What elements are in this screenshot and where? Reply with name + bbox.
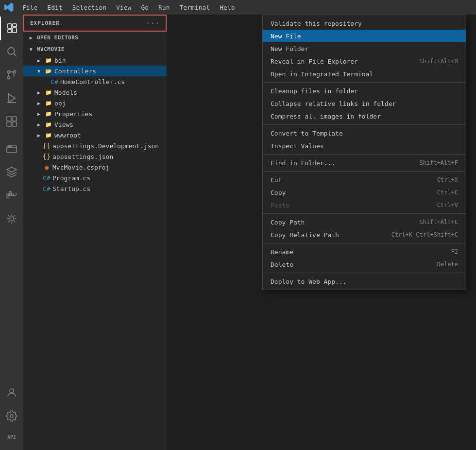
project-section[interactable]: ▼ MVCMOVIE [23,43,167,55]
ctx-cut[interactable]: Cut Ctrl+X [263,173,466,186]
ctx-separator-2 [263,124,466,125]
activity-run-debug[interactable] [0,87,23,110]
ctx-new-file-label: New File [271,33,301,40]
ctx-reveal-explorer-label: Reveal in File Explorer [271,58,358,65]
tree-item-csproj[interactable]: ◉ MvcMovie.csproj [23,162,167,173]
menu-view[interactable]: View [112,3,135,12]
ctx-copy-relative-path[interactable]: Copy Relative Path Ctrl+K Ctrl+Shift+C [263,228,466,241]
activity-settings[interactable] [0,404,23,428]
tree-item-wwwroot[interactable]: ▶ 📁 wwwroot [23,130,167,140]
ctx-find-folder-shortcut: Shift+Alt+F [420,159,458,166]
menu-go[interactable]: Go [137,3,153,12]
tree-item-properties[interactable]: ▶ 📁 Properties [23,108,167,119]
tree-item-bin[interactable]: ▶ 📁 bin [23,55,167,66]
ctx-inspect-values[interactable]: Inspect Values [263,139,466,152]
ctx-rename[interactable]: Rename F2 [263,245,466,258]
activity-plugin[interactable] [0,207,23,230]
properties-label: Properties [54,110,92,118]
ctx-delete-shortcut: Delete [437,261,458,268]
tree-item-obj[interactable]: ▶ 📁 obj [23,98,167,108]
ctx-collapse-links[interactable]: Collapse relative links in folder [263,97,466,110]
activity-docker[interactable] [0,184,23,207]
ctx-find-folder[interactable]: Find in Folder... Shift+Alt+F [263,156,466,169]
tree-item-controllers[interactable]: ▼ 📂 Controllers [23,66,167,76]
tree-item-appsettings-dev[interactable]: {} appsettings.Development.json [23,140,167,151]
activity-search[interactable] [0,40,23,63]
ctx-copy[interactable]: Copy Ctrl+C [263,186,466,199]
folder-open-icon: 📂 [45,67,52,75]
wwwroot-chevron-icon: ▶ [35,131,43,139]
controllers-chevron-icon: ▼ [35,67,43,75]
open-editors-section[interactable]: ▶ OPEN EDITORS [23,32,167,43]
ctx-new-file[interactable]: New File [263,30,466,42]
program-label: Program.cs [52,174,90,182]
project-chevron: ▼ [27,45,35,53]
activity-source-control[interactable] [0,63,23,87]
models-label: Models [54,89,77,96]
extensions-icon [6,116,17,127]
svg-rect-20 [9,194,11,196]
activity-remote-explorer[interactable] [0,137,23,160]
explorer-content: ▶ OPEN EDITORS ▼ MVCMOVIE ▶ 📁 bin ▼ 📂 [23,32,167,450]
ctx-delete-label: Delete [271,261,293,268]
svg-rect-2 [13,28,17,33]
explorer-icon [6,22,18,34]
svg-point-25 [10,415,13,417]
ctx-separator-1 [263,82,466,83]
menu-file[interactable]: File [18,3,41,12]
ctx-cut-label: Cut [271,176,282,184]
ctx-copy-path[interactable]: Copy Path Shift+Alt+C [263,216,466,228]
open-editors-chevron: ▶ [27,34,35,41]
ctx-new-folder[interactable]: New Folder [263,42,466,55]
menu-help[interactable]: Help [216,3,238,12]
vscode-logo-icon [4,2,14,12]
svg-rect-1 [13,24,17,27]
tree-item-views[interactable]: ▶ 📁 Views [23,119,167,130]
svg-rect-11 [7,117,11,121]
ctx-cut-shortcut: Ctrl+X [437,176,458,183]
svg-rect-3 [8,30,12,33]
ctx-delete[interactable]: Delete Delete [263,258,466,271]
activity-api[interactable]: API [0,428,23,446]
activity-account[interactable] [0,381,23,404]
menu-edit[interactable]: Edit [43,3,66,12]
svg-point-23 [10,217,14,221]
svg-rect-21 [12,194,14,196]
ctx-separator-3 [263,154,466,155]
svg-line-5 [14,54,17,57]
tree-item-homecontroller[interactable]: C# HomeController.cs [23,76,167,87]
ctx-deploy-web-app[interactable]: Deploy to Web App... [263,275,466,288]
menu-selection[interactable]: Selection [68,3,110,12]
ctx-reveal-explorer[interactable]: Reveal in File Explorer Shift+Alt+R [263,55,466,68]
activity-bar-bottom: API [0,381,23,450]
activity-extensions[interactable] [0,110,23,133]
svg-rect-12 [12,117,17,121]
csproj-label: MvcMovie.csproj [52,164,109,171]
menu-terminal[interactable]: Terminal [176,3,214,12]
ctx-separator-5 [263,213,466,214]
ctx-convert-template[interactable]: Convert to Template [263,127,466,139]
ctx-open-terminal[interactable]: Open in Integrated Terminal [263,68,466,80]
ctx-compress-images[interactable]: Compress all images in folder [263,110,466,122]
ctx-rename-shortcut: F2 [451,248,458,255]
tree-item-program[interactable]: C# Program.cs [23,173,167,183]
activity-explorer[interactable] [0,17,23,40]
remote-icon [6,143,17,155]
startup-label: Startup.cs [52,185,90,192]
obj-label: obj [54,100,66,107]
tree-item-appsettings[interactable]: {} appsettings.json [23,151,167,162]
explorer-more-button[interactable]: ··· [146,18,160,28]
activity-gitlens[interactable] [0,160,23,184]
models-chevron-icon: ▶ [35,88,43,96]
ctx-compress-images-label: Compress all images in folder [271,113,381,120]
tree-item-startup[interactable]: C# Startup.cs [23,183,167,194]
menu-run[interactable]: Run [154,3,173,12]
folder-icon: 📁 [45,56,52,64]
ctx-validate-repo[interactable]: Validate this repository [263,17,466,30]
ctx-cleanup-files[interactable]: Cleanup files in folder [263,85,466,97]
tree-item-models[interactable]: ▶ 📁 Models [23,87,167,98]
properties-chevron-icon: ▶ [35,110,43,118]
ctx-reveal-explorer-shortcut: Shift+Alt+R [420,58,458,65]
open-editors-label: OPEN EDITORS [37,35,78,41]
svg-rect-19 [7,194,9,196]
